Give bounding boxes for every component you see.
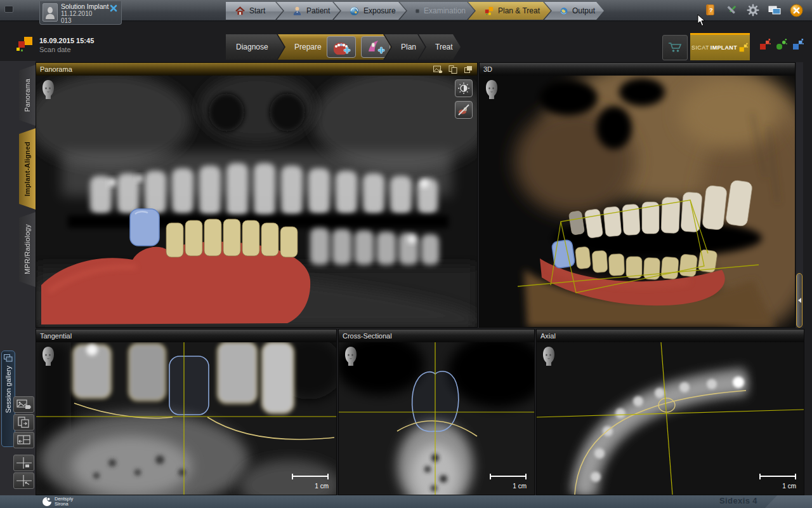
window-icons: ?: [703, 3, 803, 17]
panel-expand-handle[interactable]: [796, 273, 802, 328]
phase-tab-start[interactable]: Start: [226, 2, 283, 20]
brightness-contrast-icon: [457, 82, 470, 95]
workspace-tab-label: MPR/Radiology: [23, 224, 31, 274]
workspace-tab-implant-aligned[interactable]: Implant-Aligned: [19, 128, 36, 210]
sicat-implant-app-button[interactable]: SICAT IMPLANT: [690, 33, 750, 60]
step-tab-prepare[interactable]: Prepare: [278, 34, 391, 60]
workspace-tab-panorama[interactable]: Panorama: [19, 65, 36, 126]
phase-tab-exposure[interactable]: Exposure: [334, 2, 406, 20]
copy-tool-button[interactable]: [13, 414, 34, 431]
exposure-icon: [349, 6, 360, 17]
phase-label: Output: [572, 6, 595, 15]
tangential-view-titlebar[interactable]: Tangential: [36, 330, 336, 342]
panorama-view-title: Panorama: [40, 65, 72, 73]
brightness-contrast-button[interactable]: [455, 79, 473, 97]
brand-text: Dentsply Sirona: [55, 497, 73, 507]
product-name: Sidexis 4: [719, 496, 757, 505]
green-app-icon[interactable]: [775, 38, 788, 51]
cross-sectional-view-title: Cross-Sectional: [343, 332, 392, 340]
sicat-product-label: IMPLANT: [710, 44, 737, 51]
maximize-view-button[interactable]: [463, 65, 473, 74]
scan-date-block: 16.09.2015 15:45 Scan date: [39, 36, 94, 54]
copy-view-button[interactable]: [448, 65, 458, 74]
brand-line2: Sirona: [55, 502, 73, 507]
three-d-render-canvas[interactable]: [480, 76, 795, 327]
export-image-icon: [16, 399, 32, 410]
status-bar: Dentsply Sirona Sidexis 4: [0, 495, 812, 508]
gallery-icon: [4, 354, 13, 362]
displays-button[interactable]: [768, 3, 782, 17]
workflow-step-bar: Diagnose Prepare: [226, 34, 461, 60]
sicat-brand-label: SICAT: [691, 44, 709, 51]
axial-image-canvas[interactable]: [537, 342, 804, 495]
scale-label: 1 cm: [513, 483, 527, 490]
close-app-button[interactable]: [789, 3, 803, 17]
cross-sectional-view-titlebar[interactable]: Cross-Sectional: [339, 330, 534, 342]
sicat-squares-logo: [16, 36, 34, 53]
statusbar-corner-decoration: [765, 495, 812, 508]
patient-id: 013: [61, 17, 119, 24]
layout-tool-button[interactable]: [13, 432, 34, 448]
tools-button[interactable]: [724, 3, 738, 17]
align-crosshair-button[interactable]: [13, 472, 34, 489]
phase-label: Examination: [424, 6, 466, 15]
crosshair-arrow-icon: [16, 475, 32, 486]
shop-cart-button[interactable]: [662, 35, 688, 60]
orientation-head-icon: [41, 79, 56, 100]
jaw-plus-icon: [366, 39, 385, 55]
patient-close-icon[interactable]: [110, 4, 117, 12]
add-implants-button[interactable]: [327, 36, 356, 58]
scale-bar: [759, 474, 796, 479]
phase-tab-output[interactable]: Output: [544, 2, 604, 20]
toggle-objects-button[interactable]: [455, 101, 473, 119]
panorama-view-titlebar[interactable]: Panorama: [36, 63, 477, 76]
phase-tab-patient[interactable]: Patient: [277, 2, 340, 20]
scan-date-value: 16.09.2015 15:45: [39, 36, 94, 45]
step-label: Plan: [401, 43, 416, 51]
scale-bar: [490, 474, 527, 479]
right-panel-strip: [796, 62, 803, 328]
add-jaw-scan-button[interactable]: [361, 36, 390, 58]
export-image-icon: [433, 65, 443, 73]
cross-sectional-image-canvas[interactable]: [339, 342, 534, 495]
three-d-view-title: 3D: [483, 65, 492, 73]
help-icon: ?: [705, 4, 716, 17]
phase-label: Exposure: [363, 6, 396, 15]
yellow-squares-icon: [738, 43, 749, 53]
panorama-image-canvas[interactable]: [36, 76, 477, 327]
examination-icon: [415, 6, 420, 17]
red-app-icon[interactable]: [759, 38, 771, 51]
hide-objects-icon: [457, 104, 470, 116]
phase-tab-plan-treat[interactable]: Plan & Treat: [468, 2, 551, 20]
blue-app-icon[interactable]: [792, 38, 804, 51]
screenshot-tool-button[interactable]: [13, 396, 34, 413]
scan-date-label: Scan date: [39, 45, 94, 54]
phase-tab-examination: Examination: [400, 2, 475, 20]
avatar-icon: [45, 6, 55, 20]
export-image-button[interactable]: [433, 65, 443, 74]
settings-button[interactable]: [746, 3, 760, 17]
displays-icon: [768, 4, 782, 16]
tools-icon: [725, 4, 738, 17]
patient-card[interactable]: Solution Implant 11.12.2010 013: [39, 1, 122, 25]
app-window: Start Patient Exposure: [0, 0, 812, 508]
maximize-icon: [464, 66, 472, 73]
step-tab-diagnose[interactable]: Diagnose: [226, 34, 284, 60]
top-titlebar: Start Patient Exposure: [0, 0, 812, 22]
panorama-view-content: [36, 76, 477, 327]
close-icon: [790, 4, 803, 17]
workspace-tab-label: Panorama: [23, 79, 31, 112]
crosshair-icon: [16, 457, 32, 469]
tangential-image-canvas[interactable]: [36, 342, 336, 495]
workspace-tab-mpr-radiology[interactable]: MPR/Radiology: [19, 212, 36, 287]
copy-to-clipboard-icon: [449, 65, 457, 74]
axial-view-titlebar[interactable]: Axial: [537, 330, 804, 342]
scale-bar: [292, 474, 329, 479]
three-d-view-titlebar[interactable]: 3D: [480, 63, 795, 76]
reset-crosshair-button[interactable]: [13, 455, 34, 471]
scale-label: 1 cm: [782, 483, 796, 490]
output-icon: [560, 6, 568, 17]
axial-view-title: Axial: [540, 332, 556, 340]
mouse-cursor: [697, 14, 706, 27]
plan-treat-icon: [483, 6, 494, 17]
